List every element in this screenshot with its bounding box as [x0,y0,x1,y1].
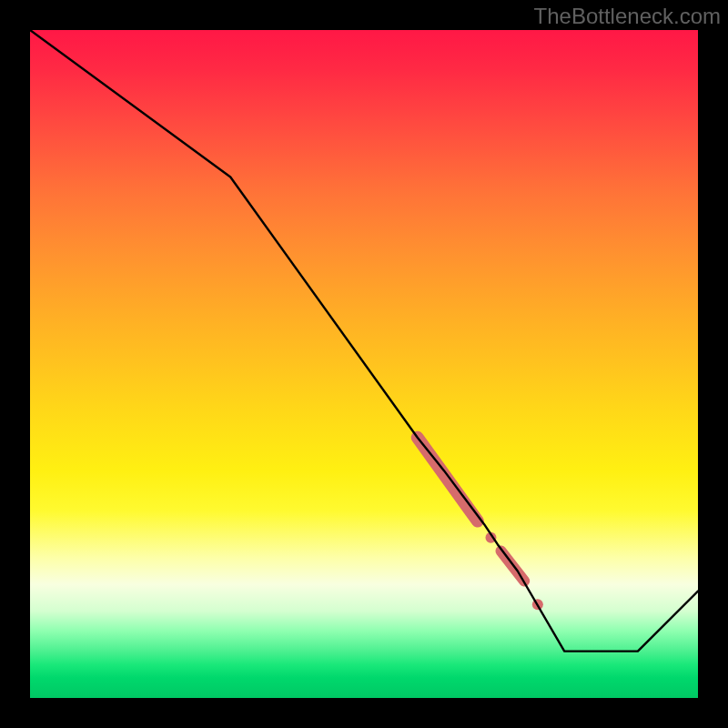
watermark-text: TheBottleneck.com [534,4,721,29]
chart-container: TheBottleneck.com [0,0,728,728]
plot-area [30,30,698,698]
main-curve-path [30,30,698,652]
chart-svg [30,30,698,698]
